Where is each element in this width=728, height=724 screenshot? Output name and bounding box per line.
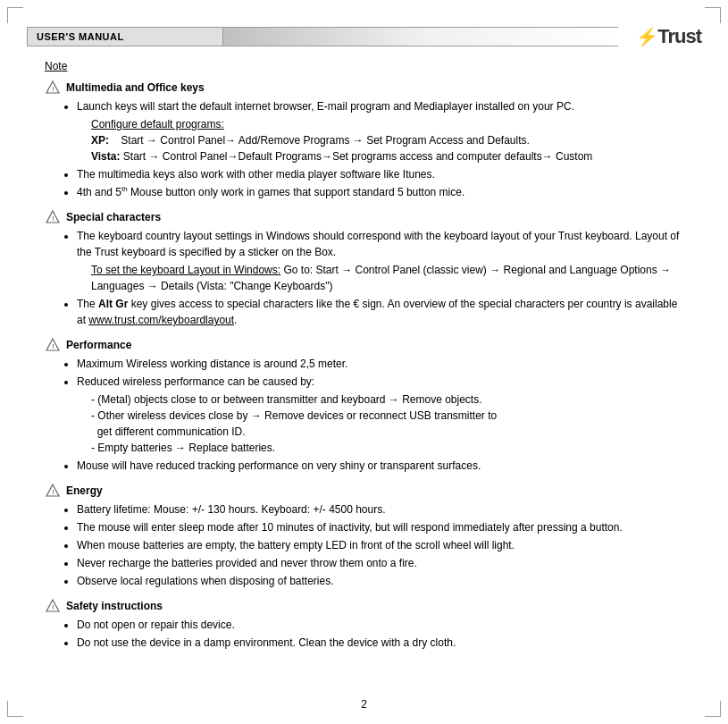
header-label: USER'S MANUAL xyxy=(27,27,223,46)
indent-block: - (Metal) objects close to or between tr… xyxy=(91,391,683,456)
header-bar: USER'S MANUAL ⚡Trust xyxy=(27,27,701,46)
list-item: Reduced wireless performance can be caus… xyxy=(77,374,683,456)
section-multimedia-header: ! Multimedia and Office keys xyxy=(45,80,683,96)
corner-mark-tl xyxy=(7,7,23,23)
section-special-header: ! Special characters xyxy=(45,209,683,225)
list-item: Observe local regulations when disposing… xyxy=(77,573,683,589)
warning-icon-multimedia: ! xyxy=(45,80,61,96)
corner-mark-tr xyxy=(705,7,721,23)
section-special: ! Special characters The keyboard countr… xyxy=(45,209,683,328)
section-performance-header: ! Performance xyxy=(45,337,683,353)
list-item: 4th and 5th Mouse button only work in ga… xyxy=(77,184,683,200)
trust-logo-text: ⚡Trust xyxy=(636,25,701,47)
warning-icon-special: ! xyxy=(45,209,61,225)
indent-block: To set the keyboard Layout in Windows: G… xyxy=(91,262,683,294)
list-item: Do not use the device in a damp environm… xyxy=(77,635,683,651)
list-item: Launch keys will start the default inter… xyxy=(77,98,683,164)
note-label: Note xyxy=(45,58,683,74)
svg-text:!: ! xyxy=(52,604,54,610)
svg-text:!: ! xyxy=(52,86,54,92)
list-item: The multimedia keys also work with other… xyxy=(77,166,683,182)
warning-icon-performance: ! xyxy=(45,337,61,353)
section-performance-title: Performance xyxy=(66,337,131,353)
section-performance: ! Performance Maximum Wireless working d… xyxy=(45,337,683,474)
list-item: The keyboard country layout settings in … xyxy=(77,228,683,294)
list-item: Mouse will have reduced tracking perform… xyxy=(77,458,683,474)
list-item: Battery lifetime: Mouse: +/- 130 hours. … xyxy=(77,501,683,518)
section-safety-header: ! Safety instructions xyxy=(45,598,683,614)
section-safety-title: Safety instructions xyxy=(66,598,163,614)
section-safety: ! Safety instructions Do not open or rep… xyxy=(45,598,683,651)
main-content: Note ! Multimedia and Office keys Launch… xyxy=(45,58,683,688)
warning-icon-safety: ! xyxy=(45,598,61,614)
section-special-title: Special characters xyxy=(66,209,161,225)
keyboard-layout-link[interactable]: www.trust.com/keyboardlayout xyxy=(88,314,234,326)
warning-icon-energy: ! xyxy=(45,483,61,499)
list-item: The Alt Gr key gives access to special c… xyxy=(77,296,683,328)
section-multimedia: ! Multimedia and Office keys Launch keys… xyxy=(45,80,683,200)
section-energy-header: ! Energy xyxy=(45,483,683,499)
indent-block: Configure default programs: XP: Start → … xyxy=(91,116,683,164)
section-energy-title: Energy xyxy=(66,483,103,499)
section-energy: ! Energy Battery lifetime: Mouse: +/- 13… xyxy=(45,483,683,589)
list-item: Never recharge the batteries provided an… xyxy=(77,555,683,571)
svg-text:!: ! xyxy=(52,215,54,222)
svg-text:!: ! xyxy=(52,343,54,349)
section-multimedia-title: Multimedia and Office keys xyxy=(66,80,205,96)
list-item: Maximum Wireless working distance is aro… xyxy=(77,356,683,372)
list-item: The mouse will enter sleep mode after 10… xyxy=(77,519,683,535)
list-item: When mouse batteries are empty, the batt… xyxy=(77,537,683,553)
trust-logo: ⚡Trust xyxy=(636,25,701,48)
header-gradient xyxy=(223,27,618,46)
list-item: Do not open or repair this device. xyxy=(77,617,683,633)
page-number: 2 xyxy=(0,698,728,711)
svg-text:!: ! xyxy=(52,489,54,495)
